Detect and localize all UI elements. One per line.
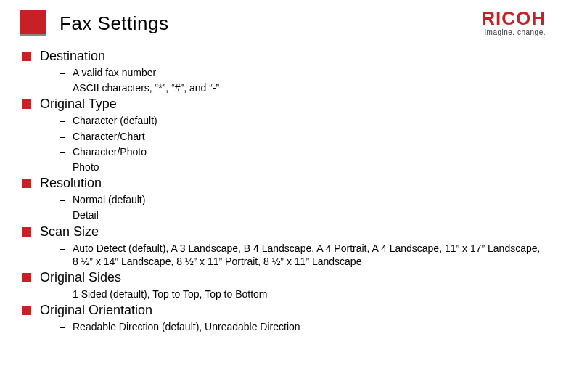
section-items: – Readable Direction (default), Unreadab…	[22, 320, 546, 333]
list-item: – Auto Detect (default), A 3 Landscape, …	[60, 242, 546, 268]
section-heading: Original Type	[22, 97, 546, 112]
section-items: – Normal (default) – Detail	[22, 193, 546, 221]
list-item: – A valid fax number	[60, 66, 546, 79]
item-text: Character/Photo	[73, 145, 546, 158]
item-text: A valid fax number	[73, 66, 546, 79]
item-text: Character/Chart	[73, 130, 546, 143]
item-text: Normal (default)	[73, 193, 546, 206]
list-item: – 1 Sided (default), Top to Top, Top to …	[60, 287, 546, 301]
section-title: Scan Size	[40, 224, 99, 240]
section-title: Destination	[40, 49, 105, 64]
item-text: Readable Direction (default), Unreadable…	[73, 320, 546, 333]
section-original-type: Original Type – Character (default) – Ch…	[22, 97, 546, 173]
dash-icon: –	[60, 145, 73, 158]
dash-icon: –	[60, 287, 73, 301]
list-item: – Detail	[60, 208, 546, 221]
section-heading: Destination	[22, 49, 546, 64]
dash-icon: –	[60, 114, 73, 127]
title-block: Fax Settings	[20, 10, 481, 36]
section-original-orientation: Original Orientation – Readable Directio…	[22, 303, 546, 333]
item-text: Photo	[73, 160, 546, 173]
item-text: ASCII characters, “*”, “#”, and “-”	[73, 81, 546, 94]
section-destination: Destination – A valid fax number – ASCII…	[22, 49, 546, 94]
square-bullet-icon	[22, 306, 31, 315]
sections: Destination – A valid fax number – ASCII…	[20, 49, 546, 333]
slide: Fax Settings RICOH imagine. change. Dest…	[0, 0, 566, 392]
item-text: Auto Detect (default), A 3 Landscape, B …	[73, 242, 546, 268]
section-items: – Auto Detect (default), A 3 Landscape, …	[22, 242, 546, 268]
list-item: – Normal (default)	[60, 193, 546, 206]
item-text: 1 Sided (default), Top to Top, Top to Bo…	[73, 287, 546, 301]
dash-icon: –	[60, 130, 73, 143]
section-items: – A valid fax number – ASCII characters,…	[22, 66, 546, 94]
list-item: – Character/Photo	[60, 145, 546, 158]
section-scan-size: Scan Size – Auto Detect (default), A 3 L…	[22, 224, 546, 268]
list-item: – ASCII characters, “*”, “#”, and “-”	[60, 81, 546, 94]
brand-word: RICOH	[481, 9, 546, 28]
title-bullet-icon	[20, 10, 46, 36]
square-bullet-icon	[22, 52, 31, 61]
dash-icon: –	[60, 81, 73, 94]
section-title: Original Orientation	[40, 303, 152, 318]
section-items: – Character (default) – Character/Chart …	[22, 114, 546, 173]
dash-icon: –	[60, 320, 73, 333]
square-bullet-icon	[22, 179, 31, 188]
header: Fax Settings RICOH imagine. change.	[20, 10, 546, 36]
section-items: – 1 Sided (default), Top to Top, Top to …	[22, 287, 546, 301]
section-heading: Original Orientation	[22, 303, 546, 318]
brand-tagline: imagine. change.	[481, 29, 546, 36]
section-title: Original Sides	[40, 270, 121, 285]
dash-icon: –	[60, 208, 73, 221]
section-heading: Resolution	[22, 176, 546, 191]
section-resolution: Resolution – Normal (default) – Detail	[22, 176, 546, 221]
dash-icon: –	[60, 242, 73, 255]
dash-icon: –	[60, 160, 73, 173]
list-item: – Character (default)	[60, 114, 546, 127]
square-bullet-icon	[22, 227, 31, 237]
section-title: Resolution	[40, 176, 102, 191]
dash-icon: –	[60, 193, 73, 206]
dash-icon: –	[60, 66, 73, 79]
square-bullet-icon	[22, 273, 31, 282]
list-item: – Photo	[60, 160, 546, 173]
section-heading: Original Sides	[22, 270, 546, 285]
section-title: Original Type	[40, 97, 117, 112]
list-item: – Readable Direction (default), Unreadab…	[60, 320, 546, 333]
item-text: Character (default)	[73, 114, 546, 127]
brand-logo: RICOH imagine. change.	[481, 9, 546, 36]
list-item: – Character/Chart	[60, 130, 546, 143]
section-original-sides: Original Sides – 1 Sided (default), Top …	[22, 270, 546, 301]
item-text: Detail	[73, 208, 546, 221]
section-heading: Scan Size	[22, 224, 546, 240]
page-title: Fax Settings	[60, 12, 169, 35]
square-bullet-icon	[22, 99, 31, 109]
header-divider	[20, 41, 546, 41]
